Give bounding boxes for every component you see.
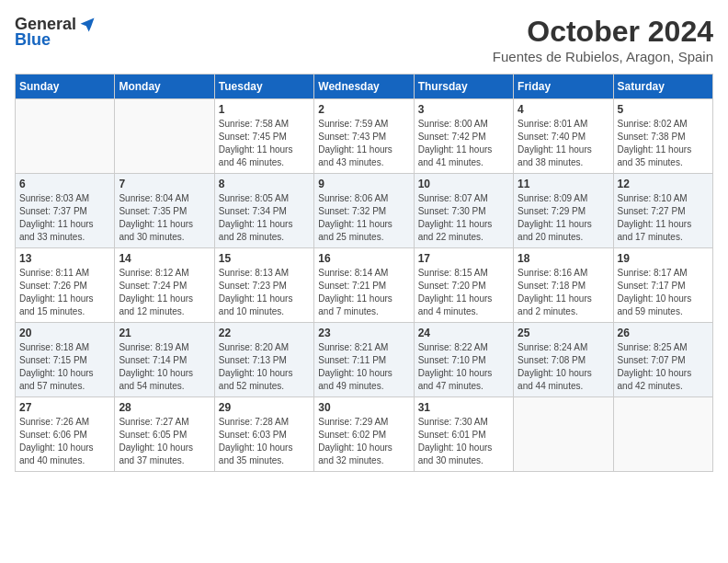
day-number: 13	[19, 252, 110, 265]
calendar-cell: 25Sunrise: 8:24 AM Sunset: 7:08 PM Dayli…	[514, 323, 613, 397]
page-header: General Blue October 2024 Fuentes de Rub…	[15, 15, 713, 64]
calendar-cell: 7Sunrise: 8:04 AM Sunset: 7:35 PM Daylig…	[115, 174, 214, 248]
day-number: 20	[19, 327, 110, 339]
calendar-cell: 27Sunrise: 7:26 AM Sunset: 6:06 PM Dayli…	[16, 397, 115, 472]
day-info: Sunrise: 8:18 AM Sunset: 7:15 PM Dayligh…	[19, 341, 110, 393]
day-info: Sunrise: 8:02 AM Sunset: 7:38 PM Dayligh…	[618, 118, 709, 169]
day-info: Sunrise: 8:16 AM Sunset: 7:18 PM Dayligh…	[518, 267, 609, 318]
weekday-header: Monday	[115, 75, 214, 99]
day-number: 16	[318, 252, 409, 265]
calendar-cell: 1Sunrise: 7:58 AM Sunset: 7:45 PM Daylig…	[214, 99, 313, 174]
day-info: Sunrise: 8:01 AM Sunset: 7:40 PM Dayligh…	[518, 118, 609, 169]
day-info: Sunrise: 8:03 AM Sunset: 7:37 PM Dayligh…	[19, 192, 110, 244]
day-info: Sunrise: 8:07 AM Sunset: 7:30 PM Dayligh…	[418, 192, 509, 244]
weekday-header: Tuesday	[214, 75, 313, 99]
calendar-cell	[16, 99, 115, 174]
calendar-cell: 30Sunrise: 7:29 AM Sunset: 6:02 PM Dayli…	[314, 397, 414, 472]
calendar-cell: 6Sunrise: 8:03 AM Sunset: 7:37 PM Daylig…	[16, 174, 115, 248]
calendar-week-row: 13Sunrise: 8:11 AM Sunset: 7:26 PM Dayli…	[16, 248, 713, 323]
day-info: Sunrise: 8:05 AM Sunset: 7:34 PM Dayligh…	[219, 192, 310, 244]
calendar-cell: 10Sunrise: 8:07 AM Sunset: 7:30 PM Dayli…	[414, 174, 513, 248]
day-info: Sunrise: 8:24 AM Sunset: 7:08 PM Dayligh…	[518, 341, 609, 393]
logo: General Blue	[15, 15, 97, 50]
calendar-cell: 29Sunrise: 7:28 AM Sunset: 6:03 PM Dayli…	[214, 397, 313, 472]
calendar-week-row: 6Sunrise: 8:03 AM Sunset: 7:37 PM Daylig…	[16, 174, 713, 248]
calendar-cell: 24Sunrise: 8:22 AM Sunset: 7:10 PM Dayli…	[414, 323, 513, 397]
calendar-cell	[613, 397, 712, 472]
day-number: 23	[318, 327, 409, 339]
day-number: 24	[418, 327, 509, 339]
day-number: 19	[618, 252, 709, 265]
calendar-cell: 31Sunrise: 7:30 AM Sunset: 6:01 PM Dayli…	[414, 397, 513, 472]
day-info: Sunrise: 8:14 AM Sunset: 7:21 PM Dayligh…	[318, 267, 409, 318]
calendar-cell: 4Sunrise: 8:01 AM Sunset: 7:40 PM Daylig…	[514, 99, 613, 174]
calendar-cell: 16Sunrise: 8:14 AM Sunset: 7:21 PM Dayli…	[314, 248, 414, 323]
day-number: 9	[318, 178, 409, 190]
day-number: 22	[219, 327, 310, 339]
day-info: Sunrise: 7:59 AM Sunset: 7:43 PM Dayligh…	[318, 118, 409, 169]
day-number: 3	[418, 103, 509, 116]
day-info: Sunrise: 8:22 AM Sunset: 7:10 PM Dayligh…	[418, 341, 509, 393]
calendar-cell: 19Sunrise: 8:17 AM Sunset: 7:17 PM Dayli…	[613, 248, 712, 323]
calendar-cell: 26Sunrise: 8:25 AM Sunset: 7:07 PM Dayli…	[613, 323, 712, 397]
calendar-cell: 9Sunrise: 8:06 AM Sunset: 7:32 PM Daylig…	[314, 174, 414, 248]
day-number: 6	[19, 178, 110, 190]
logo-bird-icon	[78, 16, 97, 34]
calendar-cell: 28Sunrise: 7:27 AM Sunset: 6:05 PM Dayli…	[115, 397, 214, 472]
calendar-cell	[514, 397, 613, 472]
weekday-header: Wednesday	[314, 75, 414, 99]
day-info: Sunrise: 8:00 AM Sunset: 7:42 PM Dayligh…	[418, 118, 509, 169]
day-number: 30	[318, 401, 409, 414]
calendar-cell: 14Sunrise: 8:12 AM Sunset: 7:24 PM Dayli…	[115, 248, 214, 323]
day-info: Sunrise: 7:27 AM Sunset: 6:05 PM Dayligh…	[119, 416, 210, 467]
day-info: Sunrise: 8:20 AM Sunset: 7:13 PM Dayligh…	[219, 341, 310, 393]
day-info: Sunrise: 8:13 AM Sunset: 7:23 PM Dayligh…	[219, 267, 310, 318]
calendar-cell: 23Sunrise: 8:21 AM Sunset: 7:11 PM Dayli…	[314, 323, 414, 397]
calendar-week-row: 1Sunrise: 7:58 AM Sunset: 7:45 PM Daylig…	[16, 99, 713, 174]
day-info: Sunrise: 7:26 AM Sunset: 6:06 PM Dayligh…	[19, 416, 110, 467]
day-info: Sunrise: 8:21 AM Sunset: 7:11 PM Dayligh…	[318, 341, 409, 393]
day-info: Sunrise: 8:12 AM Sunset: 7:24 PM Dayligh…	[119, 267, 210, 318]
day-info: Sunrise: 8:06 AM Sunset: 7:32 PM Dayligh…	[318, 192, 409, 244]
calendar-cell: 8Sunrise: 8:05 AM Sunset: 7:34 PM Daylig…	[214, 174, 313, 248]
calendar-cell: 12Sunrise: 8:10 AM Sunset: 7:27 PM Dayli…	[613, 174, 712, 248]
calendar-cell: 5Sunrise: 8:02 AM Sunset: 7:38 PM Daylig…	[613, 99, 712, 174]
calendar-week-row: 27Sunrise: 7:26 AM Sunset: 6:06 PM Dayli…	[16, 397, 713, 472]
calendar-week-row: 20Sunrise: 8:18 AM Sunset: 7:15 PM Dayli…	[16, 323, 713, 397]
day-number: 29	[219, 401, 310, 414]
calendar-cell: 15Sunrise: 8:13 AM Sunset: 7:23 PM Dayli…	[214, 248, 313, 323]
calendar-cell: 2Sunrise: 7:59 AM Sunset: 7:43 PM Daylig…	[314, 99, 414, 174]
day-number: 5	[618, 103, 709, 116]
day-number: 10	[418, 178, 509, 190]
day-number: 14	[119, 252, 210, 265]
day-number: 26	[618, 327, 709, 339]
calendar-cell	[115, 99, 214, 174]
day-number: 17	[418, 252, 509, 265]
weekday-header: Thursday	[414, 75, 513, 99]
day-number: 11	[518, 178, 609, 190]
day-number: 28	[119, 401, 210, 414]
calendar-cell: 3Sunrise: 8:00 AM Sunset: 7:42 PM Daylig…	[414, 99, 513, 174]
day-number: 25	[518, 327, 609, 339]
day-info: Sunrise: 7:58 AM Sunset: 7:45 PM Dayligh…	[219, 118, 310, 169]
day-number: 15	[219, 252, 310, 265]
weekday-header: Sunday	[16, 75, 115, 99]
day-info: Sunrise: 7:28 AM Sunset: 6:03 PM Dayligh…	[219, 416, 310, 467]
day-number: 7	[119, 178, 210, 190]
month-title: October 2024	[493, 15, 713, 49]
day-info: Sunrise: 8:25 AM Sunset: 7:07 PM Dayligh…	[618, 341, 709, 393]
calendar-table: SundayMondayTuesdayWednesdayThursdayFrid…	[15, 74, 713, 472]
day-number: 27	[19, 401, 110, 414]
day-number: 1	[219, 103, 310, 116]
day-number: 21	[119, 327, 210, 339]
day-info: Sunrise: 8:17 AM Sunset: 7:17 PM Dayligh…	[618, 267, 709, 318]
calendar-cell: 17Sunrise: 8:15 AM Sunset: 7:20 PM Dayli…	[414, 248, 513, 323]
day-info: Sunrise: 7:29 AM Sunset: 6:02 PM Dayligh…	[318, 416, 409, 467]
day-info: Sunrise: 7:30 AM Sunset: 6:01 PM Dayligh…	[418, 416, 509, 467]
title-section: October 2024 Fuentes de Rubielos, Aragon…	[493, 15, 713, 64]
calendar-cell: 22Sunrise: 8:20 AM Sunset: 7:13 PM Dayli…	[214, 323, 313, 397]
day-info: Sunrise: 8:09 AM Sunset: 7:29 PM Dayligh…	[518, 192, 609, 244]
day-info: Sunrise: 8:19 AM Sunset: 7:14 PM Dayligh…	[119, 341, 210, 393]
calendar-cell: 13Sunrise: 8:11 AM Sunset: 7:26 PM Dayli…	[16, 248, 115, 323]
day-info: Sunrise: 8:10 AM Sunset: 7:27 PM Dayligh…	[618, 192, 709, 244]
